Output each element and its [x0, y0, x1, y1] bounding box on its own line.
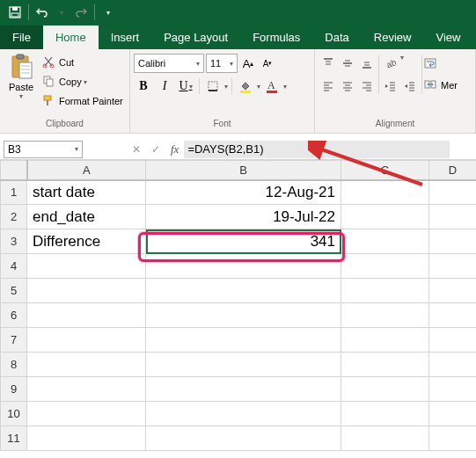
wrap-text-button[interactable] [424, 55, 458, 73]
cell[interactable] [146, 377, 341, 402]
align-bottom-icon[interactable] [357, 54, 377, 73]
cell[interactable] [146, 254, 341, 279]
increase-indent-icon[interactable] [400, 76, 420, 96]
orientation-icon[interactable]: ab [381, 54, 400, 73]
tab-file[interactable]: File [0, 25, 43, 49]
chevron-down-icon[interactable]: ▾ [224, 83, 228, 91]
tab-insert[interactable]: Insert [99, 25, 152, 49]
cell-a1[interactable]: start date [27, 180, 146, 205]
cell[interactable] [146, 402, 341, 426]
cell[interactable] [429, 353, 477, 377]
decrease-font-icon[interactable]: A▾ [259, 55, 276, 72]
copy-button[interactable]: Copy ▾ [42, 73, 123, 91]
bold-button[interactable]: B [134, 76, 153, 96]
cell-d1[interactable] [429, 180, 477, 205]
chevron-down-icon[interactable]: ▾ [257, 83, 260, 91]
merge-center-button[interactable]: Mer [424, 76, 458, 94]
align-center-icon[interactable] [338, 76, 357, 96]
cell-c3[interactable] [341, 229, 429, 254]
cell[interactable] [146, 303, 341, 328]
cell[interactable] [146, 353, 341, 377]
cell[interactable] [146, 328, 341, 353]
italic-button[interactable]: I [155, 76, 174, 96]
align-middle-icon[interactable] [338, 54, 357, 73]
cell[interactable] [146, 279, 341, 303]
align-right-icon[interactable] [357, 76, 377, 96]
cell[interactable] [27, 328, 146, 353]
redo-icon[interactable] [73, 4, 89, 20]
increase-font-icon[interactable]: A▴ [239, 55, 257, 72]
row-header[interactable]: 8 [1, 353, 27, 377]
cut-button[interactable]: Cut [42, 54, 123, 71]
tab-formulas[interactable]: Formulas [240, 25, 312, 49]
name-box[interactable]: B3 ▾ [4, 141, 83, 158]
cell[interactable] [341, 328, 429, 353]
cell[interactable] [341, 402, 429, 426]
align-left-icon[interactable] [319, 76, 338, 96]
row-header[interactable]: 6 [1, 303, 27, 328]
font-color-button[interactable]: A [262, 76, 282, 96]
chevron-down-icon[interactable]: ▾ [400, 54, 404, 73]
cell-a3[interactable]: Difference [27, 229, 146, 254]
decrease-indent-icon[interactable] [381, 76, 400, 96]
cell-a2[interactable]: end_date [27, 205, 146, 229]
cell[interactable] [27, 254, 146, 279]
fx-icon[interactable]: fx [171, 142, 179, 156]
row-header[interactable]: 11 [1, 426, 27, 451]
cell[interactable] [27, 426, 146, 451]
select-all-corner[interactable] [1, 161, 27, 180]
cell[interactable] [429, 254, 477, 279]
cell[interactable] [429, 303, 477, 328]
row-header[interactable]: 9 [1, 377, 27, 402]
cell[interactable] [27, 353, 146, 377]
save-icon[interactable] [7, 4, 23, 20]
cancel-formula-icon[interactable]: ✕ [127, 141, 146, 158]
row-header[interactable]: 2 [1, 205, 27, 229]
qat-customize-icon[interactable]: ▾ [100, 4, 116, 20]
cell-b1[interactable]: 12-Aug-21 [146, 180, 341, 205]
enter-formula-icon[interactable]: ✓ [146, 141, 165, 158]
font-name-selector[interactable]: Calibri ▾ [134, 54, 204, 73]
row-header[interactable]: 5 [1, 279, 27, 303]
row-header[interactable]: 1 [1, 180, 27, 205]
cell[interactable] [27, 303, 146, 328]
cell[interactable] [27, 377, 146, 402]
undo-icon[interactable] [34, 4, 50, 20]
column-header[interactable]: C [341, 161, 429, 180]
cell-c1[interactable] [341, 180, 429, 205]
tab-view[interactable]: View [423, 25, 472, 49]
cell[interactable] [429, 279, 477, 303]
cell[interactable] [429, 402, 477, 426]
border-button[interactable] [203, 76, 223, 96]
cell-c2[interactable] [341, 205, 429, 229]
paste-button[interactable]: Paste ▾ [4, 52, 39, 100]
undo-dropdown-icon[interactable]: ▾ [54, 4, 70, 20]
cell[interactable] [429, 377, 477, 402]
cell[interactable] [27, 279, 146, 303]
column-header[interactable]: B [146, 161, 341, 180]
row-header[interactable]: 4 [1, 254, 27, 279]
column-header[interactable]: A [27, 161, 146, 180]
tab-review[interactable]: Review [362, 25, 424, 49]
cell[interactable] [429, 426, 477, 451]
align-top-icon[interactable] [319, 54, 338, 73]
format-painter-button[interactable]: Format Painter [42, 92, 123, 110]
column-header[interactable]: D [429, 161, 477, 180]
row-header[interactable]: 3 [1, 229, 27, 254]
formula-input[interactable]: =DAYS(B2,B1) [184, 141, 450, 158]
cell[interactable] [341, 303, 429, 328]
cell[interactable] [341, 377, 429, 402]
cell[interactable] [341, 254, 429, 279]
cell-b2[interactable]: 19-Jul-22 [146, 205, 341, 229]
row-header[interactable]: 10 [1, 402, 27, 426]
fill-color-button[interactable] [236, 76, 255, 96]
chevron-down-icon[interactable]: ▾ [283, 83, 287, 91]
cell[interactable] [429, 328, 477, 353]
cell[interactable] [341, 353, 429, 377]
cell-d2[interactable] [429, 205, 477, 229]
cell-b3[interactable]: 341 [146, 229, 341, 254]
cell[interactable] [27, 402, 146, 426]
cell[interactable] [146, 426, 341, 451]
font-size-selector[interactable]: 11 ▾ [206, 54, 238, 73]
cell[interactable] [341, 279, 429, 303]
